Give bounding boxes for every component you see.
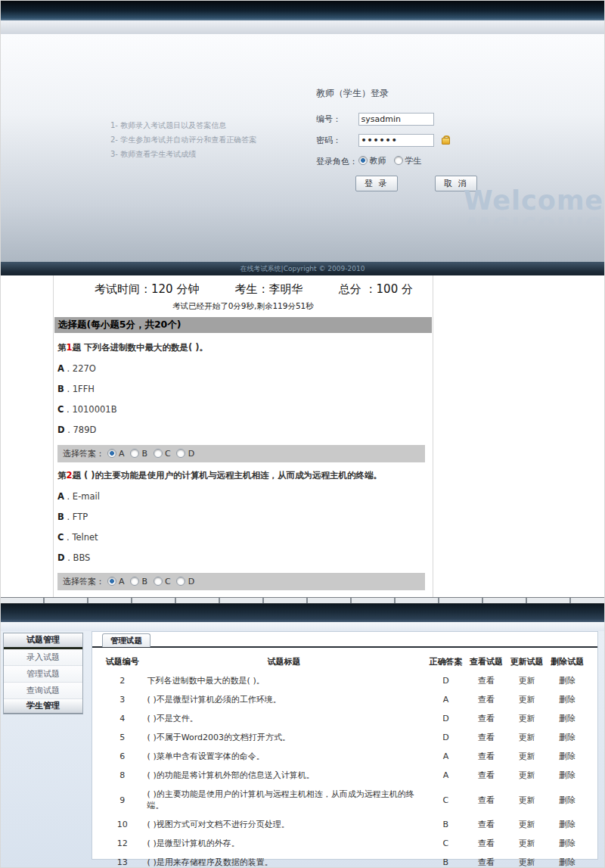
table-row: 10( )视图方式可对文档不进行分页处理。B查看更新删除 — [102, 815, 588, 834]
column-header: 正确答案 — [426, 652, 467, 671]
sidebar-item-enter-questions[interactable]: 录入试题 — [4, 649, 82, 666]
answer-letter: D — [188, 577, 194, 586]
delete-question-link[interactable]: 删除 — [559, 695, 576, 705]
exam-timer: 考试已经开始了0分9秒,剩余119分51秒 — [54, 301, 433, 312]
view-question-link[interactable]: 查看 — [478, 695, 495, 705]
delete-question-link[interactable]: 删除 — [559, 795, 576, 805]
login-step: 2- 学生参加考试并自动评分和查看正确答案 — [110, 135, 256, 145]
cell-question-id: 5 — [102, 728, 143, 747]
role-student-label: 学生 — [405, 156, 422, 166]
delete-question-link[interactable]: 删除 — [559, 714, 576, 723]
cell-correct-answer: A — [426, 766, 467, 785]
update-question-link[interactable]: 更新 — [519, 714, 535, 723]
question-title: 第1题 下列各进制数中最大的数是( )。 — [57, 342, 425, 353]
view-question-link[interactable]: 查看 — [478, 751, 495, 761]
question-option: B . FTP — [57, 512, 425, 522]
question-option: A . E-mail — [57, 491, 425, 502]
answer-label: 选择答案： — [63, 449, 104, 459]
window-divider — [1, 597, 604, 604]
update-question-link[interactable]: 更新 — [519, 795, 535, 805]
answer-radio-D[interactable] — [176, 449, 185, 458]
login-button[interactable]: 登 录 — [355, 176, 398, 191]
page: 1- 教师录入考试题目以及答案信息2- 学生参加考试并自动评分和查看正确答案3-… — [0, 0, 605, 868]
delete-question-link[interactable]: 删除 — [559, 838, 576, 848]
answer-radio-D[interactable] — [176, 577, 185, 586]
answer-radio-C[interactable] — [154, 449, 163, 458]
view-question-link[interactable]: 查看 — [478, 733, 495, 742]
update-question-link[interactable]: 更新 — [519, 695, 535, 705]
exam-examinee: 考生：李明华 — [235, 282, 303, 297]
exam-duration: 考试时间：120 分钟 — [95, 282, 199, 297]
exam-section-header: 选择题(每小题5分，共20个) — [54, 317, 432, 333]
delete-question-link[interactable]: 删除 — [559, 751, 576, 761]
password-label: 密码： — [316, 134, 355, 147]
cell-question-id: 9 — [102, 785, 143, 815]
tab-manage-questions[interactable]: 管理试题 — [102, 633, 150, 647]
admin-panel: 管理试题 试题编号试题标题正确答案查看试题更新试题删除试题 2下列各进制数中最大… — [92, 631, 598, 860]
answer-radio-B[interactable] — [130, 577, 139, 586]
cell-question-id: 8 — [102, 766, 143, 785]
cell-question-id: 3 — [102, 690, 143, 709]
answer-letter: D — [188, 449, 194, 459]
cell-question-title: ( )菜单中含有设置字体的命令。 — [143, 747, 426, 766]
delete-question-link[interactable]: 删除 — [559, 770, 576, 780]
answer-bar: 选择答案： A B C D — [57, 573, 425, 590]
answer-radio-A[interactable] — [107, 577, 116, 586]
answer-letter: C — [165, 577, 171, 586]
column-header: 试题编号 — [102, 652, 143, 671]
role-row: 登录角色： 教师学生 — [316, 154, 490, 167]
update-question-link[interactable]: 更新 — [519, 857, 535, 867]
column-header: 试题标题 — [143, 652, 426, 671]
password-input[interactable] — [358, 134, 434, 147]
cell-correct-answer: A — [426, 747, 467, 766]
update-question-link[interactable]: 更新 — [519, 820, 535, 829]
lock-icon — [441, 135, 451, 145]
delete-question-link[interactable]: 删除 — [559, 676, 576, 686]
delete-question-link[interactable]: 删除 — [559, 820, 576, 829]
view-question-link[interactable]: 查看 — [478, 838, 495, 848]
view-question-link[interactable]: 查看 — [478, 714, 495, 723]
column-header: 更新试题 — [507, 652, 548, 671]
cell-correct-answer: D — [426, 709, 467, 728]
update-question-link[interactable]: 更新 — [519, 838, 535, 848]
sidebar-item-manage-questions[interactable]: 管理试题 — [4, 666, 82, 683]
cell-correct-answer: B — [426, 815, 467, 834]
answer-letter: C — [165, 449, 171, 459]
cell-question-id: 6 — [102, 747, 143, 766]
answer-label: 选择答案： — [63, 577, 104, 586]
password-row: 密码： — [316, 133, 490, 146]
cell-question-title: 下列各进制数中最大的数是( )。 — [143, 671, 426, 690]
question-block: 第2题 ( )的主要功能是使用户的计算机与远程主机相连，从而成为远程主机的终端。… — [57, 470, 425, 590]
table-row: 6( )菜单中含有设置字体的命令。A查看更新删除 — [102, 747, 588, 766]
cell-question-title: ( )的主要功能是使用户的计算机与远程主机相连，从而成为远程主机的终端。 — [143, 785, 426, 815]
view-question-link[interactable]: 查看 — [478, 795, 495, 805]
view-question-link[interactable]: 查看 — [478, 857, 495, 867]
table-row: 13( )是用来存储程序及数据的装置。B查看更新删除 — [102, 853, 588, 868]
view-question-link[interactable]: 查看 — [478, 820, 495, 829]
id-input[interactable] — [358, 113, 434, 126]
update-question-link[interactable]: 更新 — [519, 770, 535, 780]
admin-sidebar: 试题管理录入试题管理试题查询试题学生管理 — [3, 633, 83, 714]
cell-question-title: ( )视图方式可对文档不进行分页处理。 — [143, 815, 426, 834]
view-question-link[interactable]: 查看 — [478, 770, 495, 780]
answer-radio-A[interactable] — [107, 449, 116, 458]
role-radio-student[interactable] — [394, 156, 403, 165]
exam-content: 考试时间：120 分钟 考生：李明华 总分 ：100 分 考试已经开始了0分9秒… — [53, 275, 433, 597]
welcome-reflection: Welcome — [464, 213, 603, 239]
update-question-link[interactable]: 更新 — [519, 751, 535, 761]
answer-radio-B[interactable] — [130, 449, 139, 458]
update-question-link[interactable]: 更新 — [519, 676, 535, 686]
column-header: 删除试题 — [547, 652, 588, 671]
table-row: 4( )不是文件。D查看更新删除 — [102, 709, 588, 728]
cell-question-title: ( )的功能是将计算机外部的信息送入计算机。 — [143, 766, 426, 785]
update-question-link[interactable]: 更新 — [519, 733, 535, 742]
delete-question-link[interactable]: 删除 — [559, 857, 576, 867]
cell-question-id: 10 — [102, 815, 143, 834]
sidebar-item-query-questions[interactable]: 查询试题 — [4, 683, 82, 699]
view-question-link[interactable]: 查看 — [478, 676, 495, 686]
delete-question-link[interactable]: 删除 — [559, 733, 576, 742]
exam-header: 考试时间：120 分钟 考生：李明华 总分 ：100 分 — [54, 281, 433, 297]
answer-radio-C[interactable] — [154, 577, 163, 586]
role-radio-teacher[interactable] — [358, 156, 368, 165]
question-list: 第1题 下列各进制数中最大的数是( )。A . 227OB . 1FFHC . … — [54, 333, 433, 597]
